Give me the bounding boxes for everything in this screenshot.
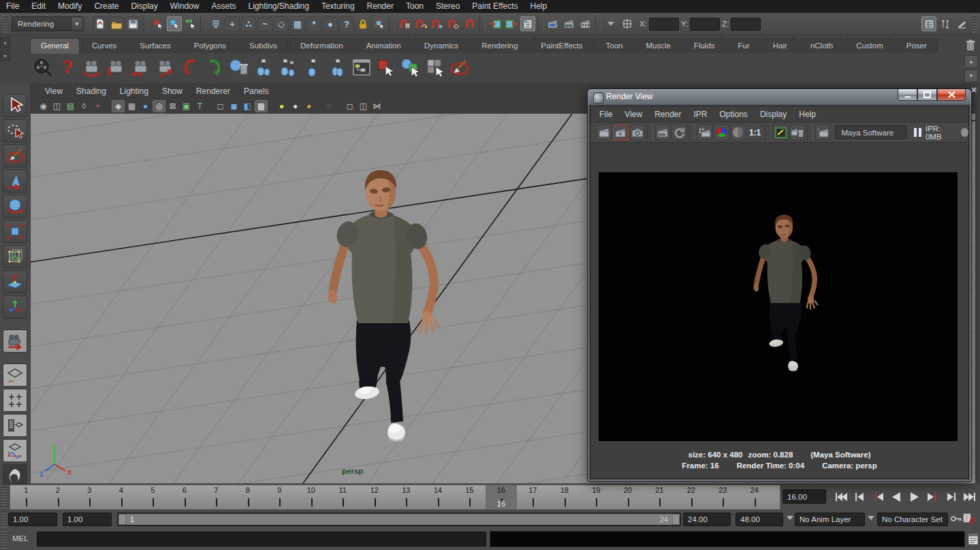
play-backward-button[interactable]	[887, 489, 905, 504]
ipr-render-button[interactable]: IPR	[655, 125, 670, 140]
timeline-frame[interactable]: 20	[612, 485, 644, 509]
menu-item[interactable]: Stereo	[430, 0, 466, 13]
paint-effects-brush-icon[interactable]	[448, 56, 471, 79]
viewport-toolbar-icon[interactable]	[316, 100, 322, 112]
viewport-menu-item[interactable]: Shading	[69, 86, 113, 96]
viewport-toolbar-icon[interactable]: ▩	[255, 100, 268, 112]
timeline-frame[interactable]: 9	[264, 485, 296, 509]
render-current-frame-button[interactable]	[546, 16, 560, 31]
redo-previous-render-button[interactable]	[613, 125, 628, 140]
menu-item[interactable]: Modify	[52, 0, 88, 13]
real-size-button[interactable]: 1:1	[746, 128, 763, 138]
viewport-toolbar-icon[interactable]: +	[91, 100, 104, 112]
spline-ik-tool-icon[interactable]	[301, 56, 324, 79]
shelf-tab[interactable]: Deformation	[289, 38, 354, 53]
close-button[interactable]	[937, 89, 966, 101]
viewport-toolbar-icon[interactable]	[207, 100, 213, 112]
viewport-toolbar-icon[interactable]: ◊	[78, 100, 91, 112]
timeline-frame[interactable]: 11	[327, 485, 359, 509]
viewport-toolbar-icon[interactable]: ◫	[357, 100, 370, 112]
viewport-toolbar-icon[interactable]: T	[193, 100, 206, 112]
snap-to-point-button[interactable]	[430, 16, 445, 31]
range-end-handle[interactable]	[672, 514, 680, 525]
viewport-toolbar-icon[interactable]: ●	[289, 100, 302, 112]
viewport-toolbar-icon[interactable]: ◧	[241, 100, 254, 112]
layout-four-pane-button[interactable]	[3, 389, 27, 412]
render-view-titlebar[interactable]: Render View	[588, 89, 971, 106]
animation-start-field[interactable]	[8, 513, 57, 526]
viewport-toolbar-icon[interactable]: ●	[139, 100, 152, 112]
time-slider-grip[interactable]	[1, 486, 7, 508]
viewport-toolbar-icon[interactable]: ◎	[153, 100, 165, 112]
timeline-frame[interactable]: 14	[422, 485, 454, 509]
viewport-menu-item[interactable]: Lighting	[113, 86, 155, 96]
menu-item[interactable]: Display	[125, 0, 163, 13]
shelf-menu-icon[interactable]: ▼	[0, 50, 10, 61]
viewport-toolbar-icon[interactable]: ◌	[323, 100, 336, 112]
viewport-toolbar-icon[interactable]: ◼	[227, 100, 240, 112]
lock-selection-icon[interactable]	[355, 16, 370, 31]
viewport-toolbar-icon[interactable]	[105, 100, 111, 112]
timeline-frame[interactable]: 21	[644, 485, 676, 509]
live-object-center-icon[interactable]	[620, 16, 635, 31]
minimize-button[interactable]	[898, 89, 917, 101]
step-back-frame-button[interactable]	[869, 489, 887, 504]
timeline-frame[interactable]: 22	[676, 485, 708, 509]
snap-to-grid-button[interactable]	[397, 16, 412, 31]
universal-manipulator-tool-button[interactable]	[3, 245, 27, 268]
last-tool-used-button[interactable]	[3, 329, 27, 353]
select-tool-button[interactable]	[3, 94, 27, 117]
timeline-frame[interactable]: 6	[169, 485, 201, 509]
shelf-tab[interactable]: Animation	[355, 38, 412, 53]
shelf-tab[interactable]: Poser	[896, 38, 938, 53]
shelf-tab[interactable]: PaintEffects	[530, 38, 593, 53]
shelf-tab[interactable]: Hair	[762, 38, 798, 53]
shelf-tab[interactable]: Fur	[727, 38, 761, 53]
playback-start-field[interactable]	[63, 513, 112, 526]
new-scene-button[interactable]	[93, 16, 108, 31]
viewport-toolbar-icon[interactable]: ●	[302, 100, 315, 112]
snapshot-button[interactable]	[630, 125, 645, 140]
layout-outliner-persp-button[interactable]	[3, 414, 27, 437]
rendered-image[interactable]	[599, 172, 958, 441]
auto-keyframe-toggle[interactable]	[963, 513, 975, 527]
timeline-frame[interactable]: 23	[707, 485, 739, 509]
viewport-menu-item[interactable]: Show	[155, 86, 189, 96]
viewport-toolbar-icon[interactable]: ●	[275, 100, 288, 112]
shelf-tab[interactable]: Polygons	[183, 38, 237, 53]
render-view-menu-item[interactable]: Help	[793, 110, 822, 119]
shelf-tab[interactable]: Fluids	[683, 38, 726, 53]
select-object-mode-button[interactable]	[167, 16, 182, 31]
viewport-toolbar-icon[interactable]: ⊠	[166, 100, 179, 112]
shelf-tab[interactable]: Curves	[81, 38, 127, 53]
menu-item[interactable]: Assets	[205, 0, 242, 13]
paint-select-tool-button[interactable]	[3, 144, 27, 167]
go-to-start-button[interactable]	[832, 489, 850, 504]
selection-mask-button[interactable]: ●	[323, 16, 338, 31]
timeline-frame[interactable]: 16 16	[486, 485, 518, 509]
render-view-menu-item[interactable]: IPR	[688, 110, 714, 119]
shelf-tab[interactable]: nCloth	[800, 38, 844, 53]
render-view-menu-item[interactable]: File	[593, 110, 618, 119]
menu-item[interactable]: Lighting/Shading	[242, 0, 315, 13]
selection-mask-button[interactable]: *	[306, 16, 321, 31]
render-view-menu-item[interactable]: View	[618, 110, 648, 119]
shelf-tab[interactable]: Toon	[595, 38, 633, 53]
playblast-icon[interactable]	[31, 56, 54, 79]
shelf-tab[interactable]: Dynamics	[413, 38, 469, 53]
camera-orbit-icon[interactable]	[80, 56, 104, 79]
shelf-scroll-down-icon[interactable]: ▼	[964, 69, 978, 82]
command-input[interactable]	[37, 532, 486, 547]
display-rgb-channels-button[interactable]	[714, 125, 729, 140]
step-forward-frame-button[interactable]	[924, 489, 942, 504]
status-line-grip[interactable]	[2, 15, 8, 33]
timeline-frame[interactable]: 7	[200, 485, 232, 509]
menu-item[interactable]: Texturing	[315, 0, 361, 13]
timeline-frame[interactable]: 2	[42, 485, 74, 509]
keep-image-button[interactable]: “	[815, 125, 830, 140]
scale-tool-button[interactable]	[3, 220, 27, 243]
live-surface-dropdown[interactable]	[603, 16, 618, 31]
ik-handle-tool-icon[interactable]	[276, 56, 300, 79]
selection-mask-button[interactable]: ?	[339, 16, 354, 31]
maximize-button[interactable]	[917, 89, 937, 101]
